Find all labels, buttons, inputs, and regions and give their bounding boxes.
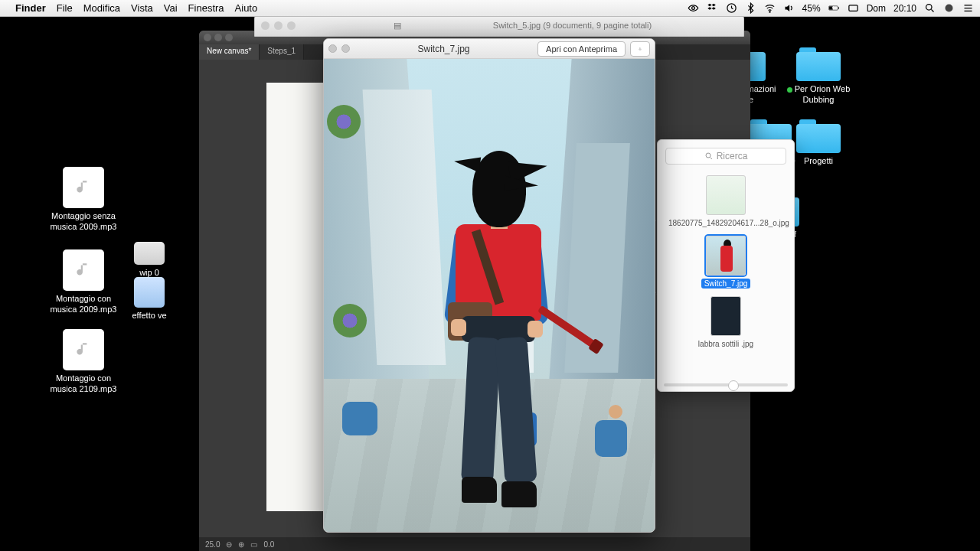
thumbnail-icon: [706, 236, 746, 276]
svg-point-8: [946, 5, 953, 12]
file-label: Montaggio senza musica 2009.mp3: [49, 211, 118, 233]
coord-value: 0.0: [263, 540, 274, 549]
gallery-item-label: labbra sottili .jpg: [695, 339, 756, 349]
wifi-icon[interactable]: [764, 2, 776, 14]
finder-window[interactable]: ▤ Switch_5.jpg (9 documenti, 9 pagine to…: [254, 14, 744, 38]
gallery-item[interactable]: labbra sottili .jpg: [665, 296, 786, 349]
menu-edit[interactable]: Modifica: [83, 2, 120, 14]
svg-point-9: [706, 153, 710, 158]
window-close-icon[interactable]: [204, 34, 211, 41]
desktop-file[interactable]: Montaggio con musica 2009.mp3: [49, 249, 118, 315]
gallery-item-label: 18620775_14829204617...28_o.jpg: [665, 218, 792, 228]
quicklook-toolbar: Switch_7.jpg Apri con Anteprima: [324, 39, 655, 59]
input-menu-icon[interactable]: [848, 2, 859, 14]
editor-statusbar: 25.0 ⊖ ⊕ ▭ 0.0: [199, 537, 750, 551]
battery-percent: 45%: [802, 3, 821, 14]
window-zoom-icon[interactable]: [287, 21, 296, 30]
battery-icon[interactable]: [828, 2, 840, 14]
svg-rect-5: [838, 7, 838, 8]
music-file-icon: [63, 167, 104, 208]
fit-icon[interactable]: ▭: [250, 540, 257, 549]
desktop-file[interactable]: Montaggio senza musica 2009.mp3: [49, 167, 118, 233]
music-file-icon: [63, 329, 104, 370]
desktop-file[interactable]: wip 0: [122, 242, 176, 279]
window-minimize-icon[interactable]: [274, 21, 283, 30]
timemachine-icon[interactable]: [726, 2, 737, 14]
share-icon: [639, 44, 642, 54]
svg-point-0: [691, 7, 694, 10]
menu-go[interactable]: Vai: [164, 2, 178, 14]
active-app-name[interactable]: Finder: [15, 2, 46, 14]
folder-icon: [796, 119, 841, 153]
image-file-icon: [134, 277, 165, 308]
search-icon: [704, 152, 714, 161]
eye-icon[interactable]: [688, 2, 699, 14]
window-fullscreen-icon[interactable]: [341, 44, 350, 53]
search-placeholder: Ricerca: [717, 151, 748, 161]
bluetooth-icon[interactable]: [745, 2, 756, 14]
editor-canvas[interactable]: [266, 83, 328, 511]
menu-window[interactable]: Finestra: [188, 2, 224, 14]
window-minimize-icon[interactable]: [214, 34, 222, 41]
gallery-item[interactable]: Switch_7.jpg: [665, 236, 786, 289]
share-button[interactable]: [630, 41, 650, 57]
folder-label: Per Orion Web Dubbing: [784, 84, 853, 106]
gallery-item-label: Switch_7.jpg: [701, 279, 751, 289]
thumbnail-icon: [706, 175, 746, 215]
desktop-file[interactable]: effetto ve: [122, 277, 176, 321]
zoom-value: 25.0: [205, 540, 220, 549]
window-close-icon[interactable]: [261, 21, 270, 30]
editor-tab[interactable]: New canvas*: [199, 44, 260, 60]
window-close-icon[interactable]: [328, 44, 337, 53]
file-label: Montaggio con musica 2109.mp3: [49, 373, 118, 395]
search-field[interactable]: Ricerca: [665, 148, 786, 165]
svg-point-7: [926, 5, 933, 11]
spotlight-icon[interactable]: [924, 2, 936, 14]
svg-point-2: [769, 11, 769, 12]
gallery-item[interactable]: 18620775_14829204617...28_o.jpg: [665, 175, 786, 228]
folder-icon: [796, 47, 841, 81]
file-label: Montaggio con musica 2009.mp3: [49, 294, 118, 315]
siri-icon[interactable]: [943, 2, 955, 14]
menubar: Finder File Modifica Vista Vai Finestra …: [0, 0, 980, 17]
music-file-icon: [63, 249, 104, 291]
svg-rect-6: [849, 5, 858, 11]
menu-file[interactable]: File: [57, 2, 73, 14]
image-file-icon: [134, 242, 165, 265]
finder-window-title: Switch_5.jpg (9 documenti, 9 pagine tota…: [401, 21, 743, 30]
open-with-preview-button[interactable]: Apri con Anteprima: [537, 41, 626, 57]
icon-size-slider[interactable]: [664, 383, 788, 386]
file-label: effetto ve: [122, 311, 176, 321]
finder-icon-popover[interactable]: Ricerca 18620775_14829204617...28_o.jpg …: [657, 139, 795, 392]
zoom-out-icon[interactable]: ⊖: [226, 540, 232, 549]
window-zoom-icon[interactable]: [225, 34, 233, 41]
dropbox-icon[interactable]: [707, 2, 718, 14]
desktop-folder[interactable]: Per Orion Web Dubbing: [784, 47, 853, 106]
notification-center-icon[interactable]: [962, 2, 974, 14]
quicklook-window[interactable]: Switch_7.jpg Apri con Anteprima: [323, 38, 655, 533]
quicklook-title: Switch_7.jpg: [354, 44, 533, 54]
quicklook-image: [324, 59, 655, 532]
volume-icon[interactable]: [783, 2, 795, 14]
zoom-in-icon[interactable]: ⊕: [238, 540, 244, 549]
desktop-file[interactable]: Montaggio con musica 2109.mp3: [49, 329, 118, 395]
finder-title-doc-icon: ▤: [394, 21, 401, 31]
clock-time[interactable]: 20:10: [893, 3, 916, 14]
clock-day[interactable]: Dom: [867, 3, 886, 14]
menu-view[interactable]: Vista: [131, 2, 153, 14]
tag-dot-icon: [787, 87, 792, 93]
editor-tab[interactable]: Steps_1: [260, 44, 304, 60]
menu-help[interactable]: Aiuto: [235, 2, 258, 14]
thumbnail-icon: [710, 296, 741, 336]
